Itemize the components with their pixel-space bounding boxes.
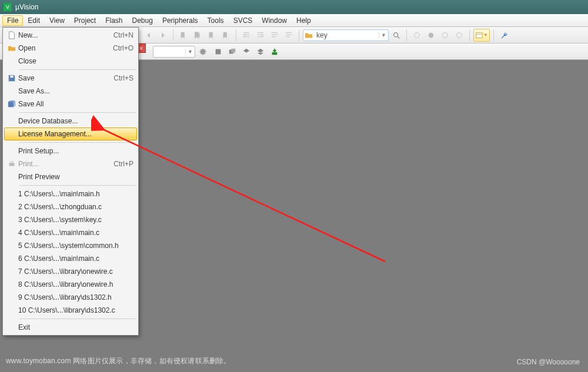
breakpoint-icon[interactable] — [425, 29, 437, 42]
menu-recent-10[interactable]: 10 C:\Users\...\library\ds1302.c — [4, 304, 137, 317]
bookmark-toggle-button[interactable] — [177, 29, 190, 42]
toolbar-separator — [299, 29, 299, 41]
wrench-icon[interactable] — [497, 29, 510, 42]
breakpoint2-icon[interactable] — [439, 29, 452, 42]
menu-recent-1[interactable]: 1 C:\Users\...\main\main.h — [4, 187, 137, 200]
menu-label: Print Setup... — [18, 147, 133, 155]
rebuild-button[interactable] — [226, 45, 239, 58]
menu-recent-5[interactable]: 5 C:\Users\...\system\common.h — [4, 239, 137, 252]
breakpoint3-icon[interactable] — [453, 29, 466, 42]
bookmark-prev-button[interactable] — [191, 29, 204, 42]
menu-label: Exit — [18, 323, 133, 331]
menu-label: 8 C:\Users\...\library\onewire.h — [18, 280, 133, 289]
menu-separator — [19, 69, 136, 70]
svg-point-1 — [415, 32, 420, 38]
options-button[interactable] — [196, 45, 209, 58]
dropdown-icon[interactable]: ▼ — [379, 32, 388, 38]
menu-save[interactable]: Save Ctrl+S — [4, 72, 137, 85]
menu-recent-7[interactable]: 7 C:\Users\...\library\onewire.c — [4, 265, 137, 278]
menu-label: Close — [18, 57, 133, 65]
menu-label: 1 C:\Users\...\main\main.h — [18, 190, 133, 198]
menu-project[interactable]: Project — [69, 15, 101, 26]
nav-forward-button[interactable] — [156, 29, 169, 42]
menu-help[interactable]: Help — [292, 15, 316, 26]
folder-open-icon — [5, 43, 18, 53]
menu-shortcut: Ctrl+S — [113, 74, 133, 82]
menu-recent-6[interactable]: 6 C:\Users\...\main\main.c — [4, 252, 137, 265]
menu-window[interactable]: Window — [257, 15, 292, 26]
file-new-icon — [5, 30, 18, 41]
menu-license-management[interactable]: License Management... — [4, 128, 137, 140]
menu-new[interactable]: New... Ctrl+N — [4, 29, 137, 42]
uncomment-button[interactable] — [282, 29, 295, 42]
nav-back-button[interactable] — [142, 29, 155, 42]
comment-button[interactable] — [268, 29, 281, 42]
menu-print[interactable]: Print... Ctrl+P — [4, 157, 137, 170]
menu-label: License Management... — [18, 130, 133, 138]
menu-label: Print... — [18, 160, 108, 168]
find-input[interactable] — [314, 31, 379, 39]
debug-icon[interactable] — [410, 29, 423, 42]
svg-rect-5 — [476, 32, 483, 38]
menu-label: 4 C:\Users\...\main\main.c — [18, 229, 133, 237]
indent-right-button[interactable] — [254, 29, 267, 42]
file-dropdown: New... Ctrl+N Open Ctrl+O Close Save Ctr… — [2, 27, 139, 336]
menu-label: Save — [18, 74, 108, 82]
save-all-icon — [5, 99, 18, 109]
build-button[interactable] — [212, 45, 225, 58]
menu-exit[interactable]: Exit — [4, 321, 137, 334]
translate-button[interactable] — [254, 45, 267, 58]
app-title: µVision — [15, 3, 38, 11]
svg-point-4 — [457, 32, 462, 38]
menu-svcs[interactable]: SVCS — [229, 15, 258, 26]
watermark-left: www.toymoban.com 网络图片仅展示，非存储，如有侵权请联系删除。 — [6, 356, 231, 366]
menu-save-all[interactable]: Save All — [4, 98, 137, 110]
menu-shortcut: Ctrl+O — [113, 44, 133, 52]
menu-label: New... — [18, 31, 108, 39]
menu-save-as[interactable]: Save As... — [4, 85, 137, 98]
menu-debug[interactable]: Debug — [128, 15, 158, 26]
svg-rect-11 — [9, 163, 15, 166]
menu-edit[interactable]: Edit — [23, 15, 45, 26]
menu-separator — [19, 112, 136, 113]
menu-device-database[interactable]: Device Database... — [4, 115, 137, 128]
batch-build-button[interactable] — [240, 45, 253, 58]
watermark-right: CSDN @Wooooone — [517, 358, 580, 366]
dropdown-icon[interactable]: ▼ — [185, 49, 195, 55]
svg-rect-10 — [10, 76, 13, 78]
svg-rect-8 — [231, 48, 235, 52]
svg-point-2 — [429, 32, 434, 38]
menu-flash[interactable]: Flash — [101, 15, 127, 26]
menu-open[interactable]: Open Ctrl+O — [4, 42, 137, 55]
menu-label: Print Preview — [18, 173, 133, 181]
download-button[interactable] — [268, 45, 281, 58]
find-button[interactable] — [390, 29, 403, 42]
svg-rect-12 — [10, 161, 13, 163]
menu-recent-9[interactable]: 9 C:\Users\...\library\ds1302.h — [4, 291, 137, 304]
menu-label: 9 C:\Users\...\library\ds1302.h — [18, 293, 133, 301]
bookmark-next-button[interactable] — [205, 29, 218, 42]
print-icon — [5, 159, 18, 169]
menu-tools[interactable]: Tools — [203, 15, 229, 26]
menu-label: Save All — [18, 100, 133, 108]
menu-peripherals[interactable]: Peripherals — [158, 15, 203, 26]
menu-label: 10 C:\Users\...\library\ds1302.c — [18, 306, 133, 314]
menu-close[interactable]: Close — [4, 55, 137, 68]
menu-print-setup[interactable]: Print Setup... — [4, 145, 137, 157]
menu-view[interactable]: View — [45, 15, 69, 26]
menu-recent-4[interactable]: 4 C:\Users\...\main\main.c — [4, 226, 137, 239]
folder-icon — [303, 31, 314, 39]
indent-left-button[interactable] — [240, 29, 253, 42]
menu-shortcut: Ctrl+N — [113, 31, 133, 39]
target-combo[interactable]: ▼ — [153, 46, 195, 58]
menu-print-preview[interactable]: Print Preview — [4, 170, 137, 183]
menu-recent-8[interactable]: 8 C:\Users\...\library\onewire.h — [4, 278, 137, 291]
menu-file[interactable]: File — [2, 15, 23, 26]
menu-label: 2 C:\Users\...\zhongduan.c — [18, 203, 133, 211]
menu-recent-2[interactable]: 2 C:\Users\...\zhongduan.c — [4, 200, 137, 213]
bookmark-clear-button[interactable] — [219, 29, 232, 42]
configure-button[interactable]: ▼ — [473, 29, 490, 42]
menu-label: 5 C:\Users\...\system\common.h — [18, 242, 133, 250]
menu-recent-3[interactable]: 3 C:\Users\...\system\key.c — [4, 213, 137, 226]
find-combo[interactable]: ▼ — [303, 29, 389, 41]
